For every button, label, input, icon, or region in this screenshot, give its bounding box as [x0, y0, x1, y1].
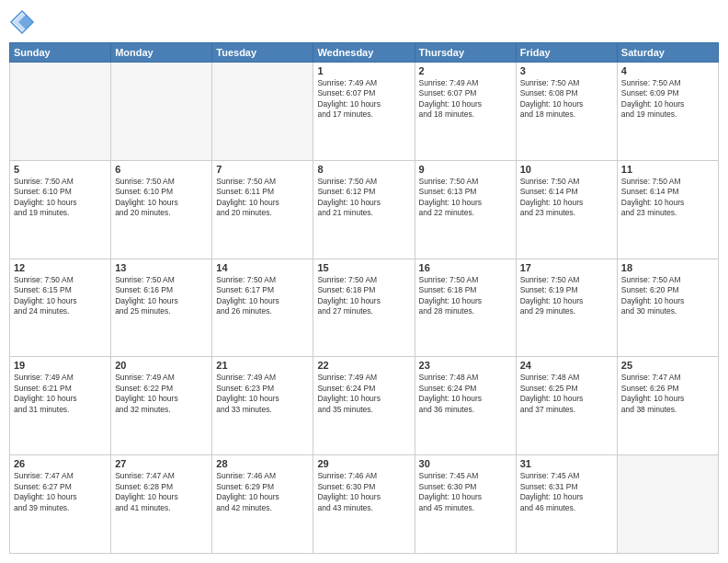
day-number: 18 [621, 262, 714, 273]
day-number: 31 [520, 458, 613, 469]
day-info: Sunrise: 7:50 AM Sunset: 6:16 PM Dayligh… [115, 275, 208, 317]
day-info: Sunrise: 7:50 AM Sunset: 6:15 PM Dayligh… [14, 275, 107, 317]
weekday-header: Wednesday [313, 43, 415, 63]
calendar-cell: 10Sunrise: 7:50 AM Sunset: 6:14 PM Dayli… [516, 160, 617, 259]
calendar-cell: 30Sunrise: 7:45 AM Sunset: 6:30 PM Dayli… [415, 455, 516, 554]
day-info: Sunrise: 7:50 AM Sunset: 6:14 PM Dayligh… [621, 177, 714, 219]
calendar-cell [617, 455, 718, 554]
calendar-cell: 12Sunrise: 7:50 AM Sunset: 6:15 PM Dayli… [10, 259, 111, 357]
day-number: 7 [216, 164, 309, 175]
day-number: 19 [14, 360, 107, 371]
day-info: Sunrise: 7:50 AM Sunset: 6:18 PM Dayligh… [317, 275, 410, 317]
weekday-header: Monday [111, 43, 212, 63]
day-number: 5 [14, 164, 107, 175]
calendar-cell: 2Sunrise: 7:49 AM Sunset: 6:07 PM Daylig… [415, 63, 516, 161]
calendar-cell: 25Sunrise: 7:47 AM Sunset: 6:26 PM Dayli… [617, 357, 718, 455]
day-number: 11 [621, 164, 714, 175]
calendar-cell: 27Sunrise: 7:47 AM Sunset: 6:28 PM Dayli… [111, 455, 212, 554]
day-info: Sunrise: 7:49 AM Sunset: 6:07 PM Dayligh… [317, 78, 410, 121]
day-number: 3 [520, 65, 613, 76]
day-number: 12 [14, 262, 107, 273]
calendar-cell: 4Sunrise: 7:50 AM Sunset: 6:09 PM Daylig… [617, 63, 718, 161]
calendar-cell: 14Sunrise: 7:50 AM Sunset: 6:17 PM Dayli… [212, 259, 313, 357]
day-info: Sunrise: 7:47 AM Sunset: 6:27 PM Dayligh… [14, 471, 107, 513]
calendar-cell: 28Sunrise: 7:46 AM Sunset: 6:29 PM Dayli… [212, 455, 313, 554]
calendar-cell: 17Sunrise: 7:50 AM Sunset: 6:19 PM Dayli… [516, 259, 617, 357]
day-info: Sunrise: 7:50 AM Sunset: 6:10 PM Dayligh… [14, 177, 107, 219]
day-number: 25 [621, 360, 714, 371]
calendar-cell: 16Sunrise: 7:50 AM Sunset: 6:18 PM Dayli… [415, 259, 516, 357]
day-number: 17 [520, 262, 613, 273]
day-number: 23 [419, 360, 512, 371]
day-info: Sunrise: 7:47 AM Sunset: 6:26 PM Dayligh… [621, 373, 714, 415]
day-info: Sunrise: 7:50 AM Sunset: 6:13 PM Dayligh… [419, 177, 512, 219]
calendar-cell: 19Sunrise: 7:49 AM Sunset: 6:21 PM Dayli… [10, 357, 111, 455]
calendar-cell: 5Sunrise: 7:50 AM Sunset: 6:10 PM Daylig… [10, 160, 111, 259]
day-info: Sunrise: 7:48 AM Sunset: 6:25 PM Dayligh… [520, 373, 613, 415]
day-number: 4 [621, 65, 714, 76]
day-info: Sunrise: 7:50 AM Sunset: 6:14 PM Dayligh… [520, 177, 613, 219]
day-info: Sunrise: 7:46 AM Sunset: 6:30 PM Dayligh… [317, 471, 410, 513]
day-info: Sunrise: 7:49 AM Sunset: 6:23 PM Dayligh… [216, 373, 309, 415]
day-info: Sunrise: 7:50 AM Sunset: 6:11 PM Dayligh… [216, 177, 309, 219]
page: SundayMondayTuesdayWednesdayThursdayFrid… [0, 0, 728, 563]
weekday-header: Saturday [617, 43, 718, 63]
day-info: Sunrise: 7:50 AM Sunset: 6:08 PM Dayligh… [520, 78, 613, 121]
calendar-cell: 23Sunrise: 7:48 AM Sunset: 6:24 PM Dayli… [415, 357, 516, 455]
day-info: Sunrise: 7:49 AM Sunset: 6:22 PM Dayligh… [115, 373, 208, 415]
day-number: 8 [317, 164, 410, 175]
weekday-header: Sunday [10, 43, 111, 63]
calendar-cell: 1Sunrise: 7:49 AM Sunset: 6:07 PM Daylig… [313, 63, 415, 161]
day-info: Sunrise: 7:50 AM Sunset: 6:09 PM Dayligh… [621, 78, 714, 121]
calendar-cell: 11Sunrise: 7:50 AM Sunset: 6:14 PM Dayli… [617, 160, 718, 259]
calendar-cell: 7Sunrise: 7:50 AM Sunset: 6:11 PM Daylig… [212, 160, 313, 259]
day-info: Sunrise: 7:46 AM Sunset: 6:29 PM Dayligh… [216, 471, 309, 513]
day-info: Sunrise: 7:50 AM Sunset: 6:18 PM Dayligh… [419, 275, 512, 317]
day-number: 13 [115, 262, 208, 273]
logo-icon [9, 9, 35, 35]
day-info: Sunrise: 7:48 AM Sunset: 6:24 PM Dayligh… [419, 373, 512, 415]
day-number: 27 [115, 458, 208, 469]
day-number: 21 [216, 360, 309, 371]
day-number: 28 [216, 458, 309, 469]
calendar-cell: 21Sunrise: 7:49 AM Sunset: 6:23 PM Dayli… [212, 357, 313, 455]
day-info: Sunrise: 7:49 AM Sunset: 6:24 PM Dayligh… [317, 373, 410, 415]
calendar-table: SundayMondayTuesdayWednesdayThursdayFrid… [9, 42, 719, 554]
day-number: 6 [115, 164, 208, 175]
day-number: 22 [317, 360, 410, 371]
day-number: 1 [317, 65, 410, 76]
day-info: Sunrise: 7:47 AM Sunset: 6:28 PM Dayligh… [115, 471, 208, 513]
day-info: Sunrise: 7:45 AM Sunset: 6:30 PM Dayligh… [419, 471, 512, 513]
day-info: Sunrise: 7:49 AM Sunset: 6:07 PM Dayligh… [419, 78, 512, 121]
calendar-cell: 6Sunrise: 7:50 AM Sunset: 6:10 PM Daylig… [111, 160, 212, 259]
day-number: 14 [216, 262, 309, 273]
calendar-cell [111, 63, 212, 161]
weekday-header: Thursday [415, 43, 516, 63]
day-number: 24 [520, 360, 613, 371]
day-info: Sunrise: 7:50 AM Sunset: 6:17 PM Dayligh… [216, 275, 309, 317]
day-info: Sunrise: 7:50 AM Sunset: 6:20 PM Dayligh… [621, 275, 714, 317]
calendar-cell: 22Sunrise: 7:49 AM Sunset: 6:24 PM Dayli… [313, 357, 415, 455]
day-number: 9 [419, 164, 512, 175]
weekday-header: Tuesday [212, 43, 313, 63]
calendar-cell: 20Sunrise: 7:49 AM Sunset: 6:22 PM Dayli… [111, 357, 212, 455]
calendar-cell: 26Sunrise: 7:47 AM Sunset: 6:27 PM Dayli… [10, 455, 111, 554]
day-number: 30 [419, 458, 512, 469]
day-number: 26 [14, 458, 107, 469]
logo [9, 9, 39, 35]
weekday-header: Friday [516, 43, 617, 63]
day-number: 10 [520, 164, 613, 175]
calendar-cell [10, 63, 111, 161]
calendar-cell: 13Sunrise: 7:50 AM Sunset: 6:16 PM Dayli… [111, 259, 212, 357]
day-number: 15 [317, 262, 410, 273]
calendar-cell [212, 63, 313, 161]
calendar-cell: 8Sunrise: 7:50 AM Sunset: 6:12 PM Daylig… [313, 160, 415, 259]
header [9, 9, 719, 35]
calendar-cell: 9Sunrise: 7:50 AM Sunset: 6:13 PM Daylig… [415, 160, 516, 259]
day-info: Sunrise: 7:49 AM Sunset: 6:21 PM Dayligh… [14, 373, 107, 415]
day-info: Sunrise: 7:50 AM Sunset: 6:12 PM Dayligh… [317, 177, 410, 219]
day-number: 2 [419, 65, 512, 76]
calendar-cell: 24Sunrise: 7:48 AM Sunset: 6:25 PM Dayli… [516, 357, 617, 455]
calendar-cell: 3Sunrise: 7:50 AM Sunset: 6:08 PM Daylig… [516, 63, 617, 161]
day-info: Sunrise: 7:50 AM Sunset: 6:10 PM Dayligh… [115, 177, 208, 219]
